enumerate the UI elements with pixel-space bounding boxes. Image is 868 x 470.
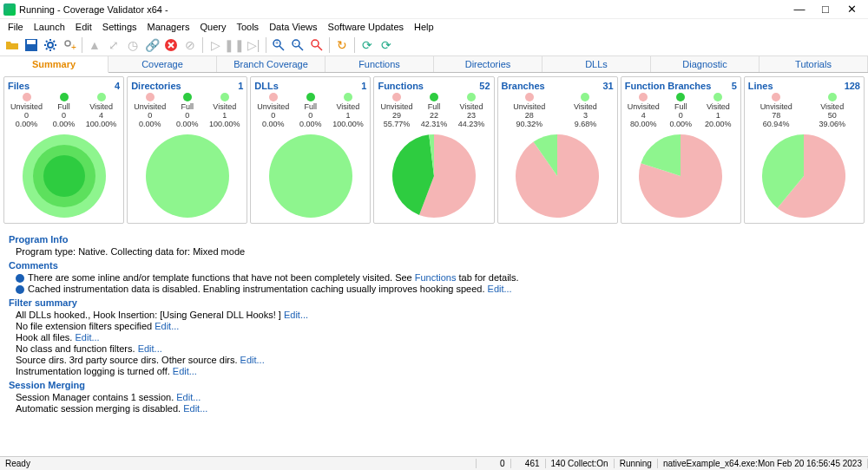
status-num1: 0 bbox=[477, 459, 511, 468]
comment-row: Cached instrumentation data is disabled.… bbox=[16, 284, 859, 294]
panel-branches: Branches31Unvisited2890.32%Visited39.68% bbox=[497, 76, 618, 224]
cycle1-icon[interactable]: ⟳ bbox=[358, 36, 376, 54]
separator bbox=[329, 37, 330, 53]
panel-directories: Directories1Unvisited00.00%Full00.00%Vis… bbox=[127, 76, 247, 224]
tab-functions[interactable]: Functions bbox=[326, 56, 434, 72]
menu-settings[interactable]: Settings bbox=[98, 21, 141, 33]
merge-row: Session Manager contains 1 session. Edit… bbox=[16, 392, 859, 402]
zoom-find-icon[interactable] bbox=[308, 36, 326, 54]
edit-link[interactable]: Edit... bbox=[75, 332, 99, 343]
zoom-out-icon[interactable]: - bbox=[289, 36, 306, 54]
svg-text:-: - bbox=[294, 40, 297, 46]
svg-line-13 bbox=[318, 46, 322, 50]
menu-query[interactable]: Query bbox=[195, 21, 230, 33]
menu-managers[interactable]: Managers bbox=[143, 21, 194, 33]
menu-tools[interactable]: Tools bbox=[232, 21, 263, 33]
tab-directories[interactable]: Directories bbox=[434, 56, 542, 72]
comments-heading: Comments bbox=[9, 260, 859, 271]
app-icon bbox=[3, 3, 16, 16]
maximize-button[interactable]: □ bbox=[812, 3, 838, 16]
tab-strip: Summary Coverage Branch Coverage Functio… bbox=[0, 56, 868, 73]
statusbar: Ready 0 461 140 Collect:On Running nativ… bbox=[0, 456, 868, 470]
tab-dlls[interactable]: DLLs bbox=[542, 56, 651, 72]
panel-dlls: DLLs1Unvisited00.00%Full00.00%Visited110… bbox=[250, 76, 371, 224]
svg-text:+: + bbox=[275, 40, 279, 46]
refresh-icon[interactable]: ↻ bbox=[333, 36, 351, 54]
panel-function-branches: Function Branches5Unvisited480.00%Full00… bbox=[621, 76, 741, 224]
wait-icon[interactable]: ◷ bbox=[124, 36, 141, 54]
gear-plus-icon[interactable]: + bbox=[61, 36, 78, 54]
edit-link[interactable]: Edit... bbox=[173, 366, 197, 376]
edit-link[interactable]: Edit... bbox=[176, 392, 201, 402]
edit-link[interactable]: Edit... bbox=[240, 355, 265, 365]
separator bbox=[266, 37, 266, 53]
settings-icon[interactable] bbox=[42, 36, 59, 54]
menu-data-views[interactable]: Data Views bbox=[265, 21, 321, 33]
edit-link[interactable]: Edit... bbox=[488, 284, 512, 294]
minimize-button[interactable]: — bbox=[786, 3, 812, 16]
bullet-icon bbox=[16, 285, 24, 294]
svg-rect-1 bbox=[27, 40, 36, 44]
status-collect: 140 Collect:On bbox=[546, 459, 615, 468]
edit-link[interactable]: Edit... bbox=[183, 403, 207, 414]
stop-icon[interactable] bbox=[162, 36, 180, 54]
tab-summary[interactable]: Summary bbox=[0, 56, 108, 73]
bullet-icon bbox=[16, 274, 24, 283]
status-running: Running bbox=[615, 459, 658, 468]
save-icon[interactable] bbox=[23, 36, 40, 54]
status-exe: nativeExample_x64.exe:Mon Feb 20 16:56:4… bbox=[658, 459, 868, 468]
step-icon[interactable]: ▷| bbox=[245, 36, 262, 54]
tab-tutorials[interactable]: Tutorials bbox=[760, 56, 868, 72]
zoom-in-icon[interactable]: + bbox=[270, 36, 287, 54]
merge-row: Automatic session merging is disabled. E… bbox=[16, 403, 859, 414]
rocket-icon[interactable]: ▲ bbox=[86, 36, 103, 54]
panel-functions: Functions52Unvisited2955.77%Full2242.31%… bbox=[373, 76, 494, 224]
inject-icon[interactable]: ⤢ bbox=[105, 36, 122, 54]
menu-file[interactable]: File bbox=[3, 21, 28, 33]
functions-link[interactable]: Functions bbox=[415, 272, 457, 283]
close-button[interactable]: ✕ bbox=[838, 3, 865, 16]
program-info-section: Program Info Program type: Native. Colle… bbox=[0, 227, 868, 415]
svg-point-12 bbox=[312, 40, 319, 47]
edit-link[interactable]: Edit... bbox=[138, 343, 162, 354]
svg-point-3 bbox=[65, 41, 70, 46]
abort-icon[interactable]: ⊘ bbox=[181, 36, 199, 54]
status-ready: Ready bbox=[0, 459, 477, 468]
panel-files: Files4Unvisited00.00%Full00.00%Visited41… bbox=[3, 76, 124, 224]
filter-row: Hook all files. Edit... bbox=[16, 332, 859, 343]
separator bbox=[354, 37, 355, 53]
filter-row: No class and function filters. Edit... bbox=[16, 343, 859, 354]
svg-point-18 bbox=[269, 134, 352, 218]
svg-point-16 bbox=[43, 155, 85, 197]
menu-edit[interactable]: Edit bbox=[71, 21, 96, 33]
cycle2-icon[interactable]: ⟳ bbox=[378, 36, 395, 54]
filter-row: No file extension filters specified Edit… bbox=[16, 321, 859, 331]
summary-panels: Files4Unvisited00.00%Full00.00%Visited41… bbox=[0, 73, 868, 227]
pause-icon[interactable]: ❚❚ bbox=[226, 36, 243, 54]
open-icon[interactable] bbox=[3, 36, 21, 54]
tab-diagnostic[interactable]: Diagnostic bbox=[651, 56, 760, 72]
status-num2: 461 bbox=[511, 459, 546, 468]
filter-row: All DLLs hooked., Hook Insertion: [Using… bbox=[16, 310, 859, 320]
menu-launch[interactable]: Launch bbox=[30, 21, 69, 33]
menubar: File Launch Edit Settings Managers Query… bbox=[0, 19, 868, 35]
panel-lines: Lines128Unvisited7860.94%Visited5039.06% bbox=[744, 76, 865, 224]
tab-branch-coverage[interactable]: Branch Coverage bbox=[217, 56, 326, 72]
svg-line-7 bbox=[279, 46, 284, 50]
edit-link[interactable]: Edit... bbox=[284, 310, 308, 320]
menu-help[interactable]: Help bbox=[410, 21, 438, 33]
separator bbox=[82, 37, 82, 53]
toolbar: + ▲ ⤢ ◷ 🔗 ⊘ ▷ ❚❚ ▷| + - ↻ ⟳ ⟳ bbox=[0, 35, 868, 56]
tab-coverage[interactable]: Coverage bbox=[108, 56, 217, 72]
titlebar: Running - Coverage Validator x64 - — □ ✕ bbox=[0, 0, 868, 19]
svg-text:+: + bbox=[71, 42, 76, 52]
comment-row: There are some inline and/or template fu… bbox=[16, 272, 859, 283]
svg-point-17 bbox=[146, 134, 229, 218]
menu-software-updates[interactable]: Software Updates bbox=[324, 21, 408, 33]
link-icon[interactable]: 🔗 bbox=[143, 36, 161, 54]
play-icon[interactable]: ▷ bbox=[207, 36, 224, 54]
program-info-heading: Program Info bbox=[9, 234, 859, 245]
svg-line-10 bbox=[299, 46, 303, 50]
program-info-text: Program type: Native. Collecting data fo… bbox=[16, 246, 859, 257]
edit-link[interactable]: Edit... bbox=[155, 321, 179, 331]
